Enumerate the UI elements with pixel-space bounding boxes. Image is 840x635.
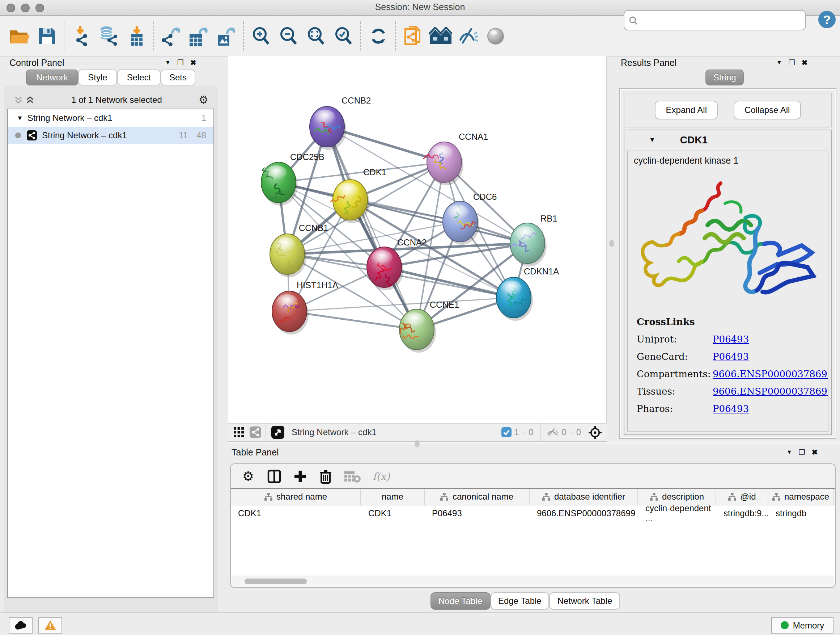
share-document-button[interactable] [399, 21, 427, 50]
tab-select[interactable]: Select [117, 70, 161, 86]
column-header-database-identifier[interactable]: database identifier [530, 489, 638, 505]
delete-column-button[interactable] [319, 469, 332, 483]
column-header--id[interactable]: @id [716, 489, 768, 505]
network-view-toolbar: String Network – cdk1 1 – 0 0 – 0 [228, 423, 607, 442]
results-panel-close-icon[interactable]: ✖ [802, 59, 808, 67]
crosslink-link[interactable]: P06493 [713, 334, 749, 345]
crosslink-link[interactable]: 9606.ENSP00000378699 [713, 369, 829, 379]
node-label-hist1h1a: HIST1H1A [297, 280, 338, 290]
network-options-gear-icon[interactable]: ⚙ [199, 93, 208, 106]
table-panel-close-icon[interactable]: ✖ [812, 449, 818, 456]
node-label-cdk1: CDK1 [363, 167, 386, 177]
table-panel-menu-icon[interactable]: ▼ [786, 449, 792, 456]
cloud-status-button[interactable] [9, 617, 33, 633]
presentation-button[interactable] [482, 21, 509, 50]
open-session-button[interactable] [6, 21, 33, 50]
show-columns-button[interactable] [267, 469, 281, 483]
zoom-in-icon [251, 26, 271, 46]
search-box[interactable] [624, 10, 806, 30]
memory-button[interactable]: Memory [771, 617, 834, 633]
results-panel-menu-icon[interactable]: ▼ [776, 59, 782, 67]
node-section-header[interactable]: ▼ CDK1 [624, 130, 831, 149]
node-label-ccnb2: CCNB2 [341, 96, 371, 105]
tab-string[interactable]: String [706, 70, 744, 86]
expand-all-icon[interactable] [25, 95, 35, 105]
add-column-button[interactable] [293, 469, 308, 483]
scrollbar-thumb[interactable] [245, 578, 307, 584]
network-node-count: 11 [179, 130, 188, 141]
expand-all-button[interactable]: Expand All [655, 101, 718, 119]
results-panel-float-icon[interactable]: ❐ [789, 59, 795, 67]
string-results-container: Expand All Collapse All ▼ CDK1 cyclin-de… [619, 88, 836, 439]
import-network-button[interactable] [68, 21, 95, 50]
edge-ccna2-cdkn1a[interactable] [384, 267, 514, 298]
node-ccne1[interactable]: CCNE1 [399, 300, 459, 353]
hide-panel-button[interactable] [454, 21, 482, 50]
tab-sets[interactable]: Sets [161, 70, 195, 86]
node-ccna1[interactable]: CCNA1 [424, 132, 488, 185]
crosslink-link[interactable]: 9606.ENSP00000378699 [713, 386, 829, 397]
section-collapse-icon[interactable]: ▼ [649, 136, 655, 143]
help-button[interactable]: ? [818, 10, 836, 29]
node-ccnb2[interactable]: CCNB2 [309, 96, 371, 150]
table-panel-float-icon[interactable]: ❐ [799, 449, 805, 456]
node-ccnb1[interactable]: CCNB1 [270, 223, 328, 277]
zoom-fit-button[interactable] [302, 21, 330, 50]
zoom-in-button[interactable] [248, 21, 275, 50]
crosslink-label: GeneCard: [637, 351, 713, 362]
node-cdc25b[interactable]: CDC25B [261, 152, 325, 206]
save-session-button[interactable] [33, 21, 61, 50]
table-settings-button[interactable]: ⚙ [241, 469, 256, 483]
column-header-canonical-name[interactable]: canonical name [425, 489, 530, 505]
column-header-shared-name[interactable]: shared name [231, 489, 361, 505]
control-panel-close-icon[interactable]: ✖ [190, 59, 196, 67]
table-horizontal-scrollbar[interactable] [232, 576, 834, 586]
tab-network[interactable]: Network [26, 70, 78, 86]
selected-checkbox-icon[interactable] [501, 427, 511, 437]
warning-icon [44, 620, 57, 631]
center-network-crosshair-icon[interactable] [588, 425, 602, 439]
export-image-button[interactable] [213, 21, 240, 50]
search-input[interactable] [641, 12, 805, 28]
tab-node-table[interactable]: Node Table [431, 592, 490, 610]
crosslink-link[interactable]: P06493 [713, 403, 749, 414]
import-table-button[interactable] [123, 21, 150, 50]
refresh-button[interactable] [365, 21, 392, 50]
tab-style[interactable]: Style [78, 70, 117, 86]
crosslink-link[interactable]: P06493 [713, 351, 749, 362]
table-row[interactable]: CDK1CDK1P064939606.ENSP00000378699cyclin… [231, 505, 835, 521]
grid-view-icon[interactable] [234, 427, 244, 437]
tab-edge-table[interactable]: Edge Table [490, 592, 549, 610]
zoom-out-button[interactable] [275, 21, 302, 50]
import-database-button[interactable] [95, 21, 123, 50]
node-cdkn1a[interactable]: CDKN1A [496, 266, 559, 321]
node-label-cdc25b: CDC25B [290, 152, 325, 162]
node-cdc6[interactable]: CDC6 [443, 192, 497, 245]
network-row[interactable]: String Network – cdk1 11 48 [8, 127, 213, 144]
control-panel-menu-icon[interactable]: ▼ [165, 59, 171, 67]
network-view-canvas[interactable]: CCNB2CCNA1CDC25BCDK1CDC6RB1CCNB1CCNA2CDK… [228, 56, 607, 423]
export-table-button[interactable] [185, 21, 213, 50]
network-share-gray-icon[interactable] [249, 426, 261, 438]
eye-slash-icon [457, 26, 479, 46]
column-header-name[interactable]: name [361, 489, 425, 505]
tab-network-table[interactable]: Network Table [549, 592, 621, 610]
column-header-namespace[interactable]: namespace [768, 489, 834, 505]
control-panel-float-icon[interactable]: ❐ [177, 59, 184, 67]
import-network-icon [71, 25, 93, 47]
collapse-all-button[interactable]: Collapse All [734, 101, 801, 119]
export-network-button[interactable] [158, 21, 185, 50]
node-rb1[interactable]: RB1 [510, 214, 557, 266]
hierarchy-icon [728, 492, 737, 501]
collection-expander-icon[interactable]: ▼ [17, 114, 23, 122]
column-header-description[interactable]: description [638, 489, 716, 505]
network-collection-row[interactable]: ▼ String Network – cdk1 1 [8, 109, 213, 127]
node-hist1h1a[interactable]: HIST1H1A [272, 280, 338, 334]
crosslink-label: Tissues: [637, 386, 713, 397]
zoom-selected-button[interactable] [330, 21, 357, 50]
home-network-button[interactable] [427, 21, 454, 50]
warning-status-button[interactable] [38, 617, 62, 633]
collapse-all-icon[interactable] [14, 95, 23, 105]
birds-eye-view-icon[interactable] [271, 426, 284, 439]
memory-label: Memory [793, 620, 824, 630]
